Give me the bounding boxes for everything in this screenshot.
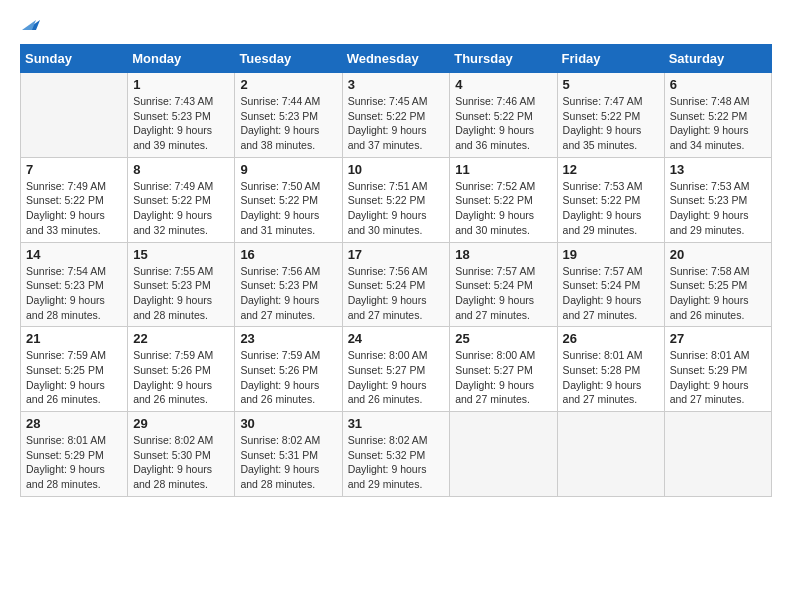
calendar-cell: 26Sunrise: 8:01 AM Sunset: 5:28 PM Dayli… <box>557 327 664 412</box>
day-number: 31 <box>348 416 445 431</box>
calendar-cell <box>557 412 664 497</box>
cell-details: Sunrise: 7:45 AM Sunset: 5:22 PM Dayligh… <box>348 94 445 153</box>
day-number: 17 <box>348 247 445 262</box>
calendar-cell: 22Sunrise: 7:59 AM Sunset: 5:26 PM Dayli… <box>128 327 235 412</box>
cell-details: Sunrise: 7:49 AM Sunset: 5:22 PM Dayligh… <box>26 179 122 238</box>
calendar-week-row: 21Sunrise: 7:59 AM Sunset: 5:25 PM Dayli… <box>21 327 772 412</box>
calendar-cell: 2Sunrise: 7:44 AM Sunset: 5:23 PM Daylig… <box>235 73 342 158</box>
cell-details: Sunrise: 7:46 AM Sunset: 5:22 PM Dayligh… <box>455 94 551 153</box>
calendar-cell: 8Sunrise: 7:49 AM Sunset: 5:22 PM Daylig… <box>128 157 235 242</box>
calendar-cell: 16Sunrise: 7:56 AM Sunset: 5:23 PM Dayli… <box>235 242 342 327</box>
day-number: 11 <box>455 162 551 177</box>
calendar-cell: 17Sunrise: 7:56 AM Sunset: 5:24 PM Dayli… <box>342 242 450 327</box>
day-number: 22 <box>133 331 229 346</box>
calendar-cell: 13Sunrise: 7:53 AM Sunset: 5:23 PM Dayli… <box>664 157 771 242</box>
day-number: 8 <box>133 162 229 177</box>
cell-details: Sunrise: 7:54 AM Sunset: 5:23 PM Dayligh… <box>26 264 122 323</box>
calendar-cell: 4Sunrise: 7:46 AM Sunset: 5:22 PM Daylig… <box>450 73 557 158</box>
calendar-cell: 28Sunrise: 8:01 AM Sunset: 5:29 PM Dayli… <box>21 412 128 497</box>
calendar-cell: 12Sunrise: 7:53 AM Sunset: 5:22 PM Dayli… <box>557 157 664 242</box>
cell-details: Sunrise: 7:47 AM Sunset: 5:22 PM Dayligh… <box>563 94 659 153</box>
calendar-cell <box>664 412 771 497</box>
calendar-cell: 7Sunrise: 7:49 AM Sunset: 5:22 PM Daylig… <box>21 157 128 242</box>
calendar-cell: 21Sunrise: 7:59 AM Sunset: 5:25 PM Dayli… <box>21 327 128 412</box>
weekday-header-thursday: Thursday <box>450 45 557 73</box>
cell-details: Sunrise: 7:51 AM Sunset: 5:22 PM Dayligh… <box>348 179 445 238</box>
day-number: 1 <box>133 77 229 92</box>
cell-details: Sunrise: 7:43 AM Sunset: 5:23 PM Dayligh… <box>133 94 229 153</box>
day-number: 4 <box>455 77 551 92</box>
cell-details: Sunrise: 7:58 AM Sunset: 5:25 PM Dayligh… <box>670 264 766 323</box>
calendar-table: SundayMondayTuesdayWednesdayThursdayFrid… <box>20 44 772 497</box>
calendar-cell: 23Sunrise: 7:59 AM Sunset: 5:26 PM Dayli… <box>235 327 342 412</box>
day-number: 14 <box>26 247 122 262</box>
cell-details: Sunrise: 8:01 AM Sunset: 5:29 PM Dayligh… <box>26 433 122 492</box>
cell-details: Sunrise: 7:44 AM Sunset: 5:23 PM Dayligh… <box>240 94 336 153</box>
calendar-week-row: 14Sunrise: 7:54 AM Sunset: 5:23 PM Dayli… <box>21 242 772 327</box>
day-number: 6 <box>670 77 766 92</box>
calendar-week-row: 7Sunrise: 7:49 AM Sunset: 5:22 PM Daylig… <box>21 157 772 242</box>
cell-details: Sunrise: 7:59 AM Sunset: 5:25 PM Dayligh… <box>26 348 122 407</box>
day-number: 20 <box>670 247 766 262</box>
day-number: 23 <box>240 331 336 346</box>
day-number: 30 <box>240 416 336 431</box>
calendar-cell: 1Sunrise: 7:43 AM Sunset: 5:23 PM Daylig… <box>128 73 235 158</box>
calendar-cell: 3Sunrise: 7:45 AM Sunset: 5:22 PM Daylig… <box>342 73 450 158</box>
calendar-week-row: 1Sunrise: 7:43 AM Sunset: 5:23 PM Daylig… <box>21 73 772 158</box>
cell-details: Sunrise: 7:56 AM Sunset: 5:24 PM Dayligh… <box>348 264 445 323</box>
day-number: 3 <box>348 77 445 92</box>
day-number: 12 <box>563 162 659 177</box>
calendar-cell: 29Sunrise: 8:02 AM Sunset: 5:30 PM Dayli… <box>128 412 235 497</box>
cell-details: Sunrise: 7:59 AM Sunset: 5:26 PM Dayligh… <box>240 348 336 407</box>
cell-details: Sunrise: 7:53 AM Sunset: 5:22 PM Dayligh… <box>563 179 659 238</box>
cell-details: Sunrise: 7:49 AM Sunset: 5:22 PM Dayligh… <box>133 179 229 238</box>
cell-details: Sunrise: 8:02 AM Sunset: 5:30 PM Dayligh… <box>133 433 229 492</box>
calendar-cell: 19Sunrise: 7:57 AM Sunset: 5:24 PM Dayli… <box>557 242 664 327</box>
logo-bird-icon <box>22 16 40 34</box>
day-number: 7 <box>26 162 122 177</box>
day-number: 2 <box>240 77 336 92</box>
day-number: 24 <box>348 331 445 346</box>
day-number: 19 <box>563 247 659 262</box>
day-number: 26 <box>563 331 659 346</box>
day-number: 16 <box>240 247 336 262</box>
weekday-header-saturday: Saturday <box>664 45 771 73</box>
day-number: 18 <box>455 247 551 262</box>
day-number: 21 <box>26 331 122 346</box>
calendar-header-row: SundayMondayTuesdayWednesdayThursdayFrid… <box>21 45 772 73</box>
day-number: 28 <box>26 416 122 431</box>
calendar-cell: 15Sunrise: 7:55 AM Sunset: 5:23 PM Dayli… <box>128 242 235 327</box>
cell-details: Sunrise: 8:01 AM Sunset: 5:29 PM Dayligh… <box>670 348 766 407</box>
calendar-cell: 5Sunrise: 7:47 AM Sunset: 5:22 PM Daylig… <box>557 73 664 158</box>
weekday-header-monday: Monday <box>128 45 235 73</box>
cell-details: Sunrise: 7:50 AM Sunset: 5:22 PM Dayligh… <box>240 179 336 238</box>
day-number: 9 <box>240 162 336 177</box>
day-number: 5 <box>563 77 659 92</box>
day-number: 25 <box>455 331 551 346</box>
day-number: 15 <box>133 247 229 262</box>
day-number: 10 <box>348 162 445 177</box>
day-number: 27 <box>670 331 766 346</box>
cell-details: Sunrise: 7:53 AM Sunset: 5:23 PM Dayligh… <box>670 179 766 238</box>
weekday-header-wednesday: Wednesday <box>342 45 450 73</box>
cell-details: Sunrise: 8:00 AM Sunset: 5:27 PM Dayligh… <box>455 348 551 407</box>
cell-details: Sunrise: 7:55 AM Sunset: 5:23 PM Dayligh… <box>133 264 229 323</box>
calendar-cell: 20Sunrise: 7:58 AM Sunset: 5:25 PM Dayli… <box>664 242 771 327</box>
cell-details: Sunrise: 7:59 AM Sunset: 5:26 PM Dayligh… <box>133 348 229 407</box>
calendar-cell: 9Sunrise: 7:50 AM Sunset: 5:22 PM Daylig… <box>235 157 342 242</box>
cell-details: Sunrise: 8:02 AM Sunset: 5:32 PM Dayligh… <box>348 433 445 492</box>
logo <box>20 20 40 34</box>
day-number: 29 <box>133 416 229 431</box>
calendar-cell: 27Sunrise: 8:01 AM Sunset: 5:29 PM Dayli… <box>664 327 771 412</box>
calendar-cell: 31Sunrise: 8:02 AM Sunset: 5:32 PM Dayli… <box>342 412 450 497</box>
cell-details: Sunrise: 8:02 AM Sunset: 5:31 PM Dayligh… <box>240 433 336 492</box>
weekday-header-tuesday: Tuesday <box>235 45 342 73</box>
calendar-week-row: 28Sunrise: 8:01 AM Sunset: 5:29 PM Dayli… <box>21 412 772 497</box>
calendar-cell: 11Sunrise: 7:52 AM Sunset: 5:22 PM Dayli… <box>450 157 557 242</box>
cell-details: Sunrise: 7:52 AM Sunset: 5:22 PM Dayligh… <box>455 179 551 238</box>
cell-details: Sunrise: 7:57 AM Sunset: 5:24 PM Dayligh… <box>563 264 659 323</box>
weekday-header-friday: Friday <box>557 45 664 73</box>
day-number: 13 <box>670 162 766 177</box>
page-header <box>20 20 772 34</box>
calendar-cell: 18Sunrise: 7:57 AM Sunset: 5:24 PM Dayli… <box>450 242 557 327</box>
